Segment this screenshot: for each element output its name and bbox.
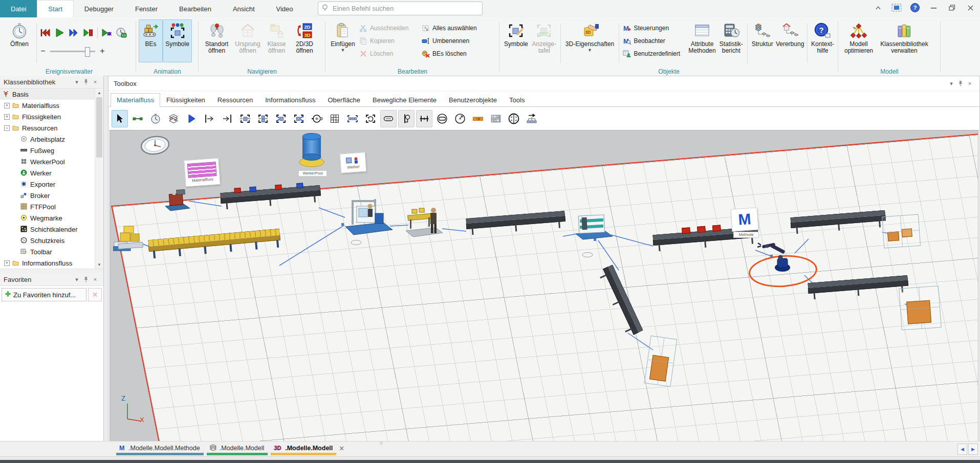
scene-werkerpool[interactable]: WerkerPool (297, 130, 326, 178)
collapse-icon[interactable]: − (4, 125, 10, 131)
reset-button[interactable] (39, 27, 51, 39)
tree-item-informationsfluss[interactable]: +Informationsfluss (0, 257, 103, 269)
slider-plus[interactable]: + (99, 47, 105, 56)
scene-workplace[interactable] (405, 196, 444, 245)
scene-crate-1[interactable] (882, 214, 921, 249)
open-location-button[interactable]: Standort öffnen (201, 19, 232, 62)
play-button[interactable] (53, 27, 66, 39)
tree-item-schutzkreis[interactable]: Schutzkreis (0, 235, 103, 246)
tree-item-werker[interactable]: Werker (0, 167, 103, 179)
close-icon[interactable]: × (91, 275, 100, 283)
scene-machine-red[interactable] (163, 188, 192, 213)
chevron-down-icon[interactable]: ▾ (947, 79, 956, 87)
buffer-tool-icon[interactable] (344, 110, 361, 127)
copy-button[interactable]: Kopieren (358, 35, 420, 47)
controls-button[interactable]: MSteuerungen (621, 23, 687, 34)
close-button[interactable] (963, 2, 978, 14)
delete-button[interactable]: Löschen (358, 48, 420, 59)
scene-crate-2[interactable] (899, 285, 942, 330)
source-tool-icon[interactable] (201, 110, 217, 127)
open-origin-button[interactable]: Ursprung öffnen (232, 19, 263, 62)
slider-track[interactable] (50, 51, 95, 52)
scene-machine-1[interactable] (341, 197, 395, 242)
scroll-thumb[interactable] (96, 97, 102, 158)
angular-converter-tool-icon[interactable] (398, 110, 415, 127)
chevron-down-icon[interactable]: ▾ (72, 78, 81, 86)
trigger-tool-icon[interactable] (183, 110, 200, 127)
remove-favorite-button[interactable]: ✕ (88, 288, 102, 301)
tree-item-materialfluss[interactable]: +Materialfluss (0, 100, 103, 111)
line-tool-icon[interactable] (380, 110, 397, 127)
menu-tab-datei[interactable]: Datei (0, 0, 37, 17)
animate-bes-toggle[interactable]: BEs (139, 19, 163, 62)
slider-minus[interactable]: − (40, 47, 46, 56)
full-screen-icon[interactable] (889, 2, 904, 14)
open-class-button[interactable]: Klasse öffnen (263, 19, 290, 62)
toolbox-tab-ressourcen[interactable]: Ressourcen (211, 93, 259, 106)
expand-icon[interactable]: + (4, 114, 10, 120)
3d-properties-button[interactable]: 3D 3D-Eigenschaften ▼ (563, 19, 617, 62)
symbols-edit-button[interactable]: Symbole (502, 19, 530, 62)
tree-item-fluessigkeiten[interactable]: +Flüssigkeiten (0, 111, 103, 122)
slider-thumb[interactable] (85, 47, 90, 57)
dismantle-station-tool-icon[interactable] (291, 110, 307, 127)
scroll-up-icon[interactable]: ▲ (95, 89, 103, 97)
converter-tool-icon[interactable] (506, 110, 522, 127)
pin-icon[interactable] (81, 78, 91, 86)
tree-item-broker[interactable]: Broker (0, 190, 103, 201)
context-help-button[interactable]: ? Kontext-hilfe (810, 19, 836, 62)
close-icon[interactable]: × (91, 78, 100, 86)
tree-item-basis[interactable]: Basis (0, 89, 103, 100)
turnplate-tool-icon[interactable] (434, 110, 450, 127)
inheritance-button[interactable]: Vererbung (775, 19, 805, 62)
delete-mus-button[interactable]: BEs löschen (420, 48, 488, 59)
close-icon[interactable]: × (965, 79, 974, 87)
scene-materialfluss-sign[interactable]: Materialfluss (184, 158, 220, 187)
optimize-model-button[interactable]: Modell optimieren (841, 19, 877, 62)
pin-icon[interactable] (956, 79, 965, 87)
tree-item-ressourcen[interactable]: −Ressourcen (0, 122, 103, 134)
doc-tab-frame-3d[interactable]: 3D3D .Modelle.Modell (269, 442, 338, 457)
scroll-down-icon[interactable]: ▼ (95, 260, 103, 269)
crossing-tool-icon[interactable] (416, 110, 432, 127)
realtime-button[interactable]: 1:1 (115, 27, 127, 39)
restore-button[interactable] (944, 2, 960, 14)
tree-item-fussweg[interactable]: Fußweg (0, 145, 103, 156)
scroll-tabs-right-icon[interactable]: ▶ (968, 444, 978, 455)
menu-tab-start[interactable]: Start (37, 0, 73, 17)
connector-tool-icon[interactable] (129, 110, 146, 127)
toolbox-tab-materialfluss[interactable]: Materialfluss (111, 93, 160, 107)
toolbox-tab-benutzerobjekte[interactable]: Benutzerobjekte (443, 93, 503, 106)
user-defined-button[interactable]: Benutzerdefiniert (621, 48, 687, 59)
expand-icon[interactable]: + (4, 103, 10, 108)
menu-tab-fenster[interactable]: Fenster (124, 0, 168, 17)
store-tool-icon[interactable] (326, 110, 343, 127)
add-to-favorites-button[interactable]: Zu Favoriten hinzuf... (2, 288, 86, 301)
event-controller-tool-icon[interactable] (147, 110, 164, 127)
scene-machine-2[interactable] (574, 212, 615, 244)
panel-splitter[interactable] (0, 269, 103, 273)
pin-icon[interactable] (81, 275, 91, 283)
observer-button[interactable]: MBeobachter (621, 35, 687, 47)
toolbox-tab-fluessigkeiten[interactable]: Flüssigkeiten (160, 93, 211, 106)
animate-symbols-toggle[interactable]: Symbole (163, 19, 192, 62)
cut-button[interactable]: Ausschneiden (358, 23, 420, 34)
debug-play-button[interactable] (101, 27, 113, 39)
parallel-station-tool-icon[interactable] (255, 110, 271, 127)
sorter-tool-icon[interactable] (362, 110, 379, 127)
toolbox-tab-tools[interactable]: Tools (503, 93, 531, 106)
menu-tab-bearbeiten[interactable]: Bearbeiten (168, 0, 222, 17)
menu-tab-debugger[interactable]: Debugger (74, 0, 124, 17)
dock-tool-icon[interactable] (309, 110, 325, 127)
search-input[interactable] (332, 4, 478, 13)
scroll-tabs-left-icon[interactable]: ◀ (957, 444, 967, 455)
3d-viewport[interactable]: Materialfluss WerkerPool Werker (110, 130, 978, 455)
select-all-button[interactable]: ABAlles auswählen (420, 23, 488, 34)
structure-button[interactable]: Struktur (750, 19, 775, 62)
close-document-icon[interactable]: ✕ (338, 442, 349, 457)
minimize-button[interactable] (926, 2, 941, 14)
flow-control-tool-icon[interactable] (524, 110, 540, 127)
eventcontroller-open-button[interactable]: Öffnen (5, 19, 34, 62)
assembly-station-tool-icon[interactable] (273, 110, 289, 127)
attributes-methods-button[interactable]: Attribute Methoden (687, 19, 717, 62)
